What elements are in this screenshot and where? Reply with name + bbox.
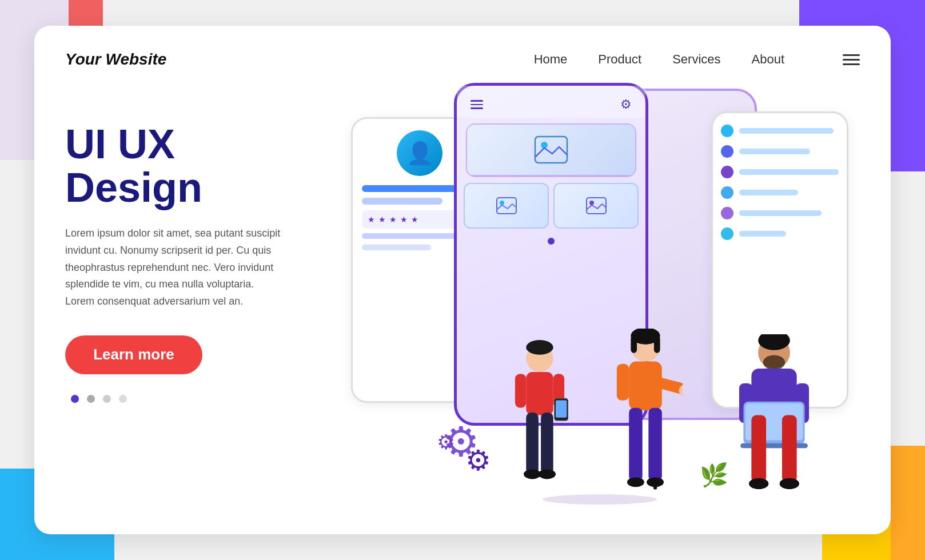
chart-row-6 xyxy=(721,227,839,240)
nav-about[interactable]: About xyxy=(752,52,785,67)
gear-tiny-icon: ⚙ xyxy=(437,430,455,454)
small-image-icon-1 xyxy=(496,197,517,214)
gear-small-icon: ⚙ xyxy=(465,444,491,477)
svg-point-41 xyxy=(749,478,768,489)
chart-bar-4 xyxy=(739,190,798,195)
phone-image-card-large xyxy=(466,123,636,177)
pw-star-4: ★ xyxy=(400,215,408,224)
chart-row-3 xyxy=(721,166,839,178)
chart-bar-1 xyxy=(739,128,834,134)
svg-rect-12 xyxy=(556,401,567,418)
chart-row-5 xyxy=(721,207,839,219)
person-3-svg xyxy=(734,334,814,506)
svg-point-27 xyxy=(627,477,644,487)
hero-illustration: 👤 ★ ★ ★ ★ ★ xyxy=(340,100,860,534)
svg-rect-26 xyxy=(648,408,661,481)
main-content: UI UX Design Lorem ipsum dolor sit amet,… xyxy=(34,77,891,534)
plant-decoration: 🌿 xyxy=(700,462,728,489)
svg-rect-13 xyxy=(526,413,539,474)
svg-rect-40 xyxy=(782,415,797,482)
hero-body: Lorem ipsum dolor sit amet, sea putant s… xyxy=(65,225,282,310)
chart-bar-2 xyxy=(739,149,810,154)
small-image-icon-2 xyxy=(586,197,607,214)
person-2-figure xyxy=(608,329,683,511)
chart-row-2 xyxy=(721,145,839,158)
nav-services[interactable]: Services xyxy=(672,52,720,67)
phone-header: ⚙ xyxy=(457,86,645,118)
person-2-svg xyxy=(608,329,683,511)
chart-circle-4 xyxy=(721,186,733,199)
navbar: Your Website Home Product Services About xyxy=(34,26,891,77)
image-icon xyxy=(534,135,568,164)
user-icon: 👤 xyxy=(406,141,433,166)
svg-rect-38 xyxy=(740,443,808,449)
chart-circle-2 xyxy=(721,145,733,158)
svg-point-15 xyxy=(524,469,541,479)
nav-product[interactable]: Product xyxy=(598,52,641,67)
svg-rect-22 xyxy=(617,364,629,401)
main-card: Your Website Home Product Services About… xyxy=(34,26,891,534)
pw-star-1: ★ xyxy=(368,215,375,224)
nav-links: Home Product Services About xyxy=(534,52,860,67)
svg-rect-14 xyxy=(541,413,553,474)
dot-1[interactable] xyxy=(71,395,79,403)
phone-image-placeholder xyxy=(467,125,635,176)
chart-bar-5 xyxy=(739,210,822,216)
svg-point-5 xyxy=(589,201,594,205)
hero-title: UI UX Design xyxy=(65,123,340,209)
svg-point-16 xyxy=(539,469,556,479)
phone-image-card-small-1 xyxy=(464,183,549,229)
hamburger-menu-icon[interactable] xyxy=(843,54,860,65)
svg-rect-2 xyxy=(497,198,516,214)
svg-point-31 xyxy=(763,355,786,370)
site-logo: Your Website xyxy=(65,50,534,69)
svg-rect-39 xyxy=(751,415,766,482)
svg-rect-8 xyxy=(526,372,553,415)
pw-star-2: ★ xyxy=(378,215,386,224)
chart-circle-1 xyxy=(721,125,733,137)
person-1-figure xyxy=(505,340,574,500)
svg-point-7 xyxy=(526,340,553,355)
form-line-2 xyxy=(362,198,442,205)
chart-bar-3 xyxy=(739,169,839,175)
dot-4[interactable] xyxy=(119,395,127,403)
chart-circle-5 xyxy=(721,207,733,219)
chart-data xyxy=(721,125,839,240)
outer-background: Your Website Home Product Services About… xyxy=(0,0,925,560)
phone-indicator-dot xyxy=(548,238,555,245)
svg-rect-29 xyxy=(653,480,657,490)
phone-gear-icon: ⚙ xyxy=(620,97,632,112)
svg-rect-21 xyxy=(629,362,662,410)
chart-bar-6 xyxy=(739,231,786,237)
pw-star-5: ★ xyxy=(411,215,418,224)
phone-hamburger-icon xyxy=(471,100,483,109)
svg-point-3 xyxy=(500,201,504,205)
svg-point-42 xyxy=(780,478,799,489)
chart-row-4 xyxy=(721,186,839,199)
nav-home[interactable]: Home xyxy=(534,52,568,67)
person-3-figure xyxy=(734,334,814,506)
chart-circle-6 xyxy=(721,227,733,240)
phone-two-cards xyxy=(457,183,645,229)
learn-more-button[interactable]: Learn more xyxy=(65,335,202,374)
person-1-svg xyxy=(505,340,574,500)
form-line-4 xyxy=(362,245,431,250)
phone-image-card-small-2 xyxy=(553,183,639,229)
avatar-circle: 👤 xyxy=(397,130,442,176)
svg-rect-4 xyxy=(587,198,606,214)
chart-row-1 xyxy=(721,125,839,137)
svg-rect-20 xyxy=(654,336,660,353)
svg-rect-19 xyxy=(631,336,637,353)
svg-rect-9 xyxy=(515,374,526,407)
svg-rect-25 xyxy=(629,408,642,481)
chart-circle-3 xyxy=(721,166,733,178)
pw-star-3: ★ xyxy=(389,215,397,224)
dot-2[interactable] xyxy=(87,395,95,403)
hero-left: UI UX Design Lorem ipsum dolor sit amet,… xyxy=(65,100,340,534)
dot-3[interactable] xyxy=(103,395,111,403)
carousel-dots xyxy=(71,395,340,403)
